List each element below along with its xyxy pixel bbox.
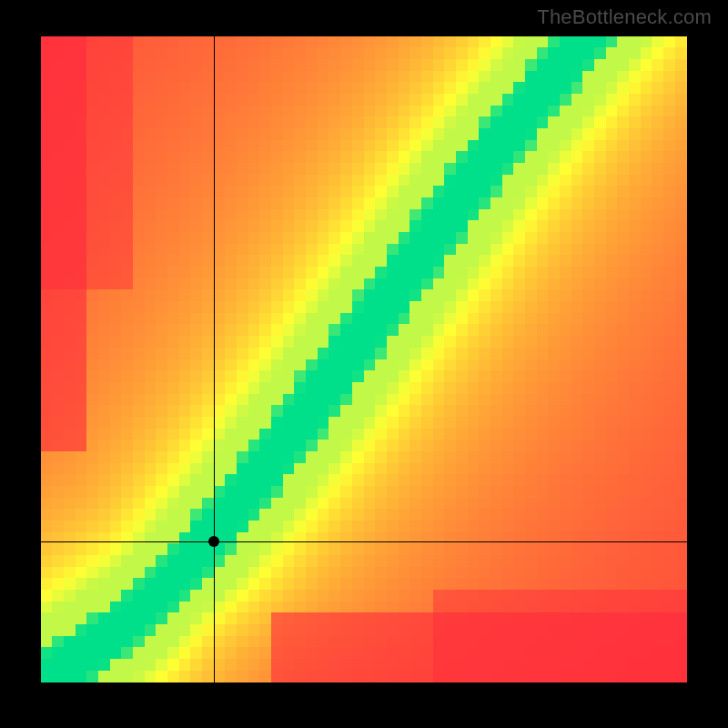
chart-stage: TheBottleneck.com	[0, 0, 728, 728]
crosshair-horizontal	[41, 541, 687, 542]
selected-point-marker	[208, 536, 219, 547]
bottleneck-heatmap	[41, 36, 687, 682]
watermark-label: TheBottleneck.com	[537, 5, 712, 29]
crosshair-vertical	[214, 36, 215, 682]
